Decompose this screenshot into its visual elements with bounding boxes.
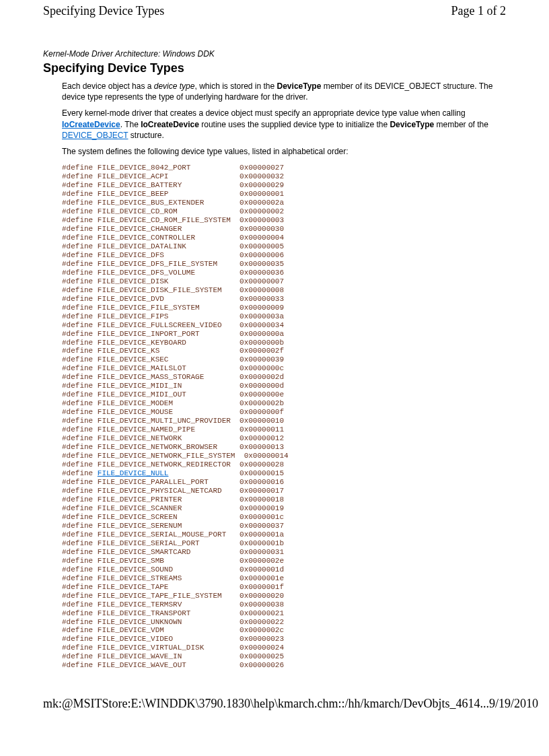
define-value: 0x0000001f — [240, 583, 284, 591]
define-list: #define FILE_DEVICE_8042_PORT 0x00000027… — [62, 164, 506, 670]
page-header: Specifying Device Types Page 1 of 2 — [16, 0, 533, 22]
define-name: FILE_DEVICE_CD_ROM — [98, 207, 178, 215]
p2-text-post1: member of the — [434, 120, 488, 129]
define-name: FILE_DEVICE_NETWORK_FILE_SYSTEM — [98, 452, 235, 460]
define-name: FILE_DEVICE_SCANNER — [98, 504, 182, 512]
define-name: FILE_DEVICE_DFS_FILE_SYSTEM — [98, 260, 217, 268]
footer-date: 9/19/2010 — [489, 697, 538, 711]
define-value: 0x00000005 — [240, 242, 284, 250]
define-value: 0x00000017 — [240, 487, 284, 495]
define-name: FILE_DEVICE_KS — [98, 347, 159, 355]
define-value: 0x00000037 — [240, 522, 284, 530]
section-label: Kernel-Mode Driver Architecture: Windows… — [43, 49, 506, 59]
define-name: FILE_DEVICE_PARALLEL_PORT — [98, 478, 209, 486]
header-page-indicator: Page 1 of 2 — [451, 4, 506, 18]
define-value: 0x00000021 — [240, 609, 284, 617]
define-name: FILE_DEVICE_MAILSLOT — [98, 364, 186, 372]
define-value: 0x00000026 — [240, 661, 284, 669]
define-name: FILE_DEVICE_TERMSRV — [98, 600, 182, 609]
define-name: FILE_DEVICE_SOUND — [98, 565, 173, 574]
define-value: 0x00000008 — [240, 286, 284, 294]
define-name: FILE_DEVICE_DFS — [98, 251, 164, 259]
define-name: FILE_DEVICE_NETWORK — [98, 434, 182, 442]
define-name: FILE_DEVICE_CONTROLLER — [98, 234, 195, 242]
define-value: 0x00000007 — [240, 277, 284, 285]
define-name: FILE_DEVICE_MOUSE — [98, 408, 173, 416]
define-value: 0x00000009 — [240, 304, 284, 312]
define-value: 0x0000000d — [240, 382, 284, 390]
define-name: FILE_DEVICE_TAPE — [98, 583, 169, 591]
define-value: 0x00000028 — [240, 460, 284, 469]
intro-paragraph-3: The system defines the following device … — [62, 146, 506, 157]
define-value: 0x0000000b — [240, 339, 284, 347]
p1-devicetype-bold: DeviceType — [277, 81, 322, 91]
define-value: 0x00000034 — [240, 321, 284, 329]
define-name: FILE_DEVICE_MIDI_OUT — [98, 390, 186, 399]
define-name: FILE_DEVICE_UNKNOWN — [98, 618, 182, 626]
device-object-link[interactable]: DEVICE_OBJECT — [62, 131, 128, 140]
define-value: 0x0000001b — [240, 539, 284, 547]
define-value: 0x00000032 — [240, 172, 284, 180]
define-value: 0x0000000f — [240, 408, 284, 416]
define-name: FILE_DEVICE_SERENUM — [98, 522, 182, 530]
define-value: 0x00000004 — [240, 234, 284, 242]
define-name: FILE_DEVICE_NETWORK_REDIRECTOR — [98, 460, 231, 469]
p1-device-type: device type — [154, 81, 195, 91]
define-value: 0x0000002b — [240, 399, 284, 407]
define-value: 0x00000018 — [240, 495, 284, 504]
define-name: FILE_DEVICE_DISK — [98, 277, 169, 285]
p2-text-post2: structure. — [128, 131, 163, 140]
define-value: 0x0000000c — [240, 364, 284, 372]
define-name: FILE_DEVICE_DISK_FILE_SYSTEM — [98, 286, 222, 294]
define-name: FILE_DEVICE_MULTI_UNC_PROVIDER — [98, 417, 231, 425]
define-value: 0x0000000e — [240, 390, 284, 399]
iocreatedevice-link[interactable]: IoCreateDevice — [62, 120, 120, 129]
define-value: 0x0000001e — [240, 574, 284, 582]
define-value: 0x00000006 — [240, 251, 284, 259]
define-value: 0x00000013 — [240, 443, 284, 451]
define-value: 0x00000011 — [240, 425, 284, 434]
define-name: FILE_DEVICE_FIPS — [98, 312, 169, 320]
p2-devicetype-bold: DeviceType — [390, 120, 434, 129]
define-name: FILE_DEVICE_SERIAL_MOUSE_PORT — [98, 530, 226, 539]
footer-path: mk:@MSITStore:E:\WINDDK\3790.1830\help\k… — [43, 697, 489, 711]
define-name: FILE_DEVICE_MASS_STORAGE — [98, 373, 204, 381]
define-name: FILE_DEVICE_BUS_EXTENDER — [98, 199, 204, 207]
define-value: 0x00000012 — [240, 434, 284, 442]
define-value: 0x00000015 — [240, 469, 284, 477]
define-name: FILE_DEVICE_CD_ROM_FILE_SYSTEM — [98, 216, 231, 224]
define-name-link[interactable]: FILE_DEVICE_NULL — [98, 469, 169, 477]
define-value: 0x00000010 — [240, 417, 284, 425]
define-name: FILE_DEVICE_KEYBOARD — [98, 339, 186, 347]
define-name: FILE_DEVICE_VIDEO — [98, 635, 173, 643]
define-value: 0x00000029 — [240, 181, 284, 189]
page-title: Specifying Device Types — [43, 61, 506, 75]
define-value: 0x00000025 — [240, 652, 284, 660]
define-name: FILE_DEVICE_MODEM — [98, 399, 173, 407]
define-value: 0x00000036 — [240, 269, 284, 277]
p1-text-mid: , which is stored in the — [194, 81, 277, 91]
define-name: FILE_DEVICE_VDM — [98, 626, 164, 634]
define-name: FILE_DEVICE_ACPI — [98, 172, 169, 180]
define-name: FILE_DEVICE_MIDI_IN — [98, 382, 182, 390]
define-value: 0x00000002 — [240, 207, 284, 215]
intro-paragraph-2: Every kernel-mode driver that creates a … — [62, 108, 506, 141]
define-name: FILE_DEVICE_WAVE_OUT — [98, 661, 186, 669]
define-value: 0x00000027 — [240, 164, 284, 172]
define-value: 0x0000001a — [240, 530, 284, 539]
define-name: FILE_DEVICE_DVD — [98, 295, 164, 303]
page-footer: mk:@MSITStore:E:\WINDDK\3790.1830\help\k… — [16, 670, 533, 718]
define-name: FILE_DEVICE_STREAMS — [98, 574, 182, 582]
define-value: 0x00000031 — [240, 548, 284, 556]
define-name: FILE_DEVICE_SMARTCARD — [98, 548, 191, 556]
define-value: 0x0000002d — [240, 373, 284, 381]
define-name: FILE_DEVICE_NETWORK_BROWSER — [98, 443, 217, 451]
define-name: FILE_DEVICE_PRINTER — [98, 495, 182, 504]
define-value: 0x00000035 — [240, 260, 284, 268]
define-name: FILE_DEVICE_FULLSCREEN_VIDEO — [98, 321, 222, 329]
define-value: 0x0000000a — [240, 330, 284, 338]
define-value: 0x00000030 — [240, 225, 284, 233]
define-value: 0x00000014 — [244, 452, 289, 460]
define-value: 0x00000003 — [240, 216, 284, 224]
define-value: 0x0000001c — [240, 513, 284, 521]
